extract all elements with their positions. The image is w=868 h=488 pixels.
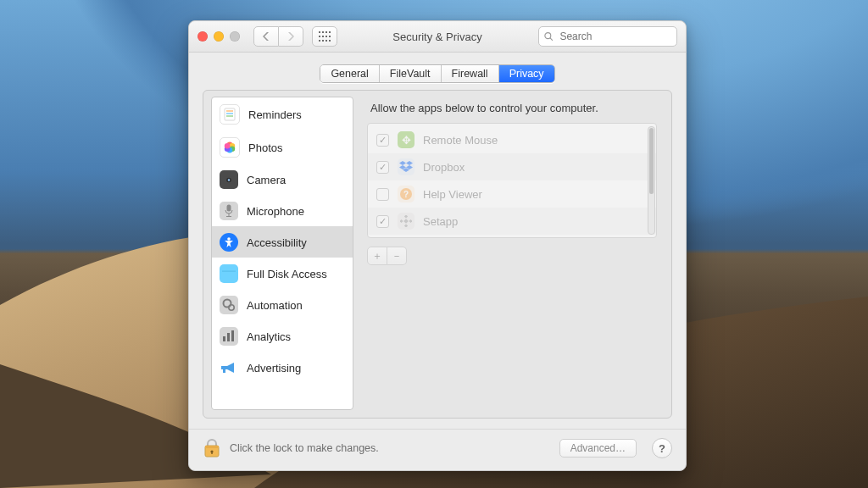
sidebar-item-camera[interactable]: Camera bbox=[212, 164, 353, 195]
add-remove-buttons: ＋ － bbox=[367, 247, 657, 265]
sidebar-item-analytics[interactable]: Analytics bbox=[212, 320, 353, 352]
sidebar-item-accessibility[interactable]: Accessibility bbox=[212, 226, 353, 258]
camera-icon bbox=[220, 170, 238, 189]
svg-rect-38 bbox=[223, 369, 225, 373]
add-app-button[interactable]: ＋ bbox=[367, 247, 387, 265]
megaphone-icon bbox=[220, 358, 238, 377]
app-checkbox[interactable] bbox=[376, 134, 389, 147]
sidebar-item-full-disk-access[interactable]: Full Disk Access bbox=[212, 258, 353, 289]
window-title: Security & Privacy bbox=[189, 30, 686, 43]
microphone-icon bbox=[220, 202, 238, 220]
svg-rect-52 bbox=[205, 446, 219, 448]
lock-icon[interactable] bbox=[203, 438, 221, 458]
apps-list-wrap: ✥ Remote Mouse Dropbox bbox=[367, 123, 657, 238]
app-row-remote-mouse[interactable]: ✥ Remote Mouse bbox=[368, 126, 656, 153]
tab-label: General bbox=[331, 68, 368, 80]
folder-icon bbox=[220, 264, 238, 283]
tab-general[interactable]: General bbox=[320, 65, 379, 82]
sidebar-item-reminders[interactable]: Reminders bbox=[212, 97, 353, 130]
sidebar-item-microphone[interactable]: Microphone bbox=[212, 195, 353, 226]
svg-rect-49 bbox=[409, 219, 412, 223]
apps-list: ✥ Remote Mouse Dropbox bbox=[367, 123, 657, 238]
dropbox-icon bbox=[398, 158, 415, 175]
desktop-wallpaper: Security & Privacy General FileVault Fir… bbox=[0, 0, 868, 488]
privacy-sidebar-wrap: Reminders Photos C bbox=[211, 97, 353, 410]
svg-point-23 bbox=[225, 143, 231, 149]
privacy-sidebar[interactable]: Reminders Photos C bbox=[211, 97, 353, 410]
svg-rect-27 bbox=[227, 205, 231, 212]
lock-hint-text: Click the lock to make changes. bbox=[230, 442, 379, 454]
accessibility-icon bbox=[220, 233, 238, 252]
app-name: Dropbox bbox=[423, 161, 465, 174]
sidebar-item-label: Reminders bbox=[248, 108, 302, 121]
sidebar-item-automation[interactable]: Automation bbox=[212, 289, 353, 320]
svg-rect-50 bbox=[403, 219, 409, 224]
svg-rect-36 bbox=[227, 333, 230, 341]
sidebar-item-label: Camera bbox=[247, 174, 286, 186]
bottom-bar: Click the lock to make changes. Advanced… bbox=[189, 429, 686, 470]
scrollbar-thumb[interactable] bbox=[649, 128, 654, 194]
sidebar-item-label: Microphone bbox=[247, 205, 304, 218]
svg-rect-14 bbox=[225, 108, 235, 120]
svg-marker-40 bbox=[406, 161, 413, 165]
app-row-setapp[interactable]: Setapp bbox=[368, 208, 656, 235]
detail-lead-text: Allow the apps below to control your com… bbox=[367, 102, 657, 114]
svg-rect-48 bbox=[400, 219, 403, 223]
app-row-dropbox[interactable]: Dropbox bbox=[368, 153, 656, 180]
svg-point-26 bbox=[228, 179, 230, 180]
svg-rect-32 bbox=[222, 271, 236, 272]
svg-rect-35 bbox=[223, 336, 225, 341]
sidebar-item-label: Advertising bbox=[247, 362, 301, 374]
help-viewer-icon: ? bbox=[398, 186, 415, 202]
bar-chart-icon bbox=[220, 327, 238, 346]
privacy-detail: Allow the apps below to control your com… bbox=[362, 97, 664, 410]
svg-point-31 bbox=[227, 237, 231, 241]
sidebar-item-label: Full Disk Access bbox=[247, 268, 327, 280]
svg-rect-46 bbox=[404, 215, 408, 219]
tab-filevault[interactable]: FileVault bbox=[380, 65, 442, 82]
titlebar: Security & Privacy bbox=[189, 21, 686, 53]
tab-label: FileVault bbox=[390, 68, 431, 80]
sidebar-item-label: Photos bbox=[248, 141, 282, 154]
help-label: ? bbox=[659, 442, 665, 455]
gear-icon bbox=[220, 296, 238, 314]
app-row-help-viewer[interactable]: ? Help Viewer bbox=[368, 180, 656, 208]
tab-firewall[interactable]: Firewall bbox=[442, 65, 499, 82]
app-checkbox[interactable] bbox=[376, 161, 389, 174]
tab-label: Privacy bbox=[509, 68, 544, 80]
svg-point-34 bbox=[229, 305, 234, 310]
svg-rect-37 bbox=[231, 330, 234, 341]
help-button[interactable]: ? bbox=[652, 438, 672, 458]
tabs-row: General FileVault Firewall Privacy bbox=[189, 53, 686, 90]
setapp-icon bbox=[398, 213, 415, 230]
app-checkbox[interactable] bbox=[376, 215, 389, 228]
remove-app-button[interactable]: － bbox=[387, 247, 407, 265]
apps-scrollbar[interactable] bbox=[648, 126, 655, 235]
privacy-panel: Reminders Photos C bbox=[203, 90, 672, 419]
remote-mouse-icon: ✥ bbox=[398, 131, 415, 148]
svg-rect-54 bbox=[211, 452, 212, 454]
app-name: Setapp bbox=[423, 215, 458, 228]
app-checkbox[interactable] bbox=[376, 188, 389, 201]
sidebar-item-label: Accessibility bbox=[247, 236, 307, 249]
sidebar-item-label: Automation bbox=[247, 299, 303, 312]
reminders-icon bbox=[220, 104, 240, 125]
prefs-window: Security & Privacy General FileVault Fir… bbox=[188, 20, 687, 471]
tab-privacy[interactable]: Privacy bbox=[499, 65, 554, 82]
sidebar-item-label: Analytics bbox=[247, 330, 291, 343]
sidebar-item-advertising[interactable]: Advertising bbox=[212, 352, 353, 383]
tab-label: Firewall bbox=[452, 68, 488, 80]
advanced-button[interactable]: Advanced… bbox=[559, 439, 637, 458]
app-name: Help Viewer bbox=[423, 188, 482, 201]
svg-marker-39 bbox=[399, 161, 406, 165]
tabs: General FileVault Firewall Privacy bbox=[320, 64, 554, 83]
sidebar-item-photos[interactable]: Photos bbox=[212, 130, 353, 164]
svg-rect-47 bbox=[404, 224, 408, 227]
photos-icon bbox=[220, 137, 240, 158]
app-name: Remote Mouse bbox=[423, 134, 498, 147]
svg-text:?: ? bbox=[403, 190, 409, 199]
button-label: Advanced… bbox=[570, 442, 626, 454]
